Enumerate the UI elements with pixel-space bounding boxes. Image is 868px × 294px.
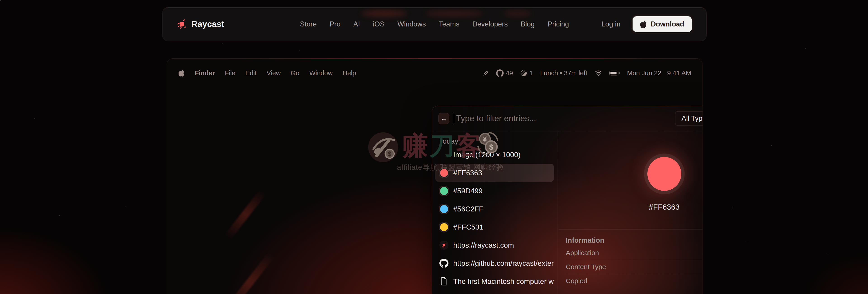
nav-item-pro[interactable]: Pro xyxy=(330,20,340,28)
raycast-logo-icon xyxy=(177,19,187,29)
color-preview: #FF6363 xyxy=(558,131,703,230)
github-icon xyxy=(439,259,448,268)
type-filter-value: All Types xyxy=(682,114,703,123)
menu-item-window[interactable]: Window xyxy=(309,69,333,77)
info-row-copied: Copied Today, 13:35:07 xyxy=(566,274,703,288)
document-icon xyxy=(440,277,448,286)
timer-count: 1 xyxy=(529,69,533,77)
menu-item-view[interactable]: View xyxy=(267,69,281,77)
battery-icon[interactable] xyxy=(610,70,620,76)
glow-smudge xyxy=(362,11,407,17)
color-preview-circle xyxy=(647,157,681,191)
site-navbar: Raycast Store Pro AI iOS Windows Teams D… xyxy=(162,7,707,41)
window-header: ← Type to filter entries... All Types xyxy=(432,106,703,131)
focus-status[interactable]: Lunch • 37m left xyxy=(540,69,587,77)
list-item-image[interactable]: Image (1200 × 1000) xyxy=(435,146,554,164)
apple-menu-icon[interactable] xyxy=(179,69,185,77)
download-button[interactable]: Download xyxy=(632,16,692,33)
menu-item-file[interactable]: File xyxy=(225,69,236,77)
site-nav-menu: Store Pro AI iOS Windows Teams Developer… xyxy=(300,20,569,28)
login-link[interactable]: Log in xyxy=(601,20,620,28)
nav-item-pricing[interactable]: Pricing xyxy=(548,20,569,28)
desktop-screenshot: Finder File Edit View Go Window Help xyxy=(166,58,703,294)
info-row-content-type: Content Type Color xyxy=(566,260,703,274)
nav-item-ai[interactable]: AI xyxy=(353,20,360,28)
list-item-github-link[interactable]: https://github.com/raycast/exten... xyxy=(435,254,554,272)
github-count: 49 xyxy=(506,69,513,77)
glow-smudge xyxy=(425,11,484,17)
menu-item-help[interactable]: Help xyxy=(343,69,356,77)
nav-item-developers[interactable]: Developers xyxy=(472,20,508,28)
menu-date[interactable]: Mon Jun 22 xyxy=(627,69,661,77)
search-input[interactable]: Type to filter entries... xyxy=(456,114,536,123)
nav-item-ios[interactable]: iOS xyxy=(373,20,385,28)
menu-time[interactable]: 9:41 AM xyxy=(667,69,691,77)
glow-smudge xyxy=(504,11,531,17)
macos-menu-bar: Finder File Edit View Go Window Help xyxy=(179,67,691,79)
back-arrow-icon: ← xyxy=(440,115,447,122)
information-title: Information xyxy=(566,236,703,244)
menu-item-go[interactable]: Go xyxy=(291,69,300,77)
light-streak xyxy=(224,252,275,294)
back-button[interactable]: ← xyxy=(438,113,450,124)
info-row-application: Application VS Code xyxy=(566,246,703,260)
raycast-logo[interactable]: Raycast xyxy=(177,19,224,29)
pen-icon[interactable] xyxy=(483,70,489,76)
list-item-color-56c2ff[interactable]: #56C2FF xyxy=(435,200,554,218)
list-item-text-snippet[interactable]: The first Macintosh computer w... xyxy=(435,272,554,290)
color-preview-label: #FF6363 xyxy=(649,203,680,211)
background-stars xyxy=(0,0,1,1)
color-swatch-icon xyxy=(440,223,448,231)
nav-item-blog[interactable]: Blog xyxy=(521,20,535,28)
type-filter-dropdown[interactable]: All Types xyxy=(675,111,703,126)
list-item-raycast-link[interactable]: https://raycast.com xyxy=(435,236,554,254)
download-label: Download xyxy=(651,20,684,28)
detail-panel: #FF6363 Information Application VS Code … xyxy=(558,131,703,294)
color-swatch-icon xyxy=(440,169,448,177)
striped-circle-icon[interactable] xyxy=(520,70,527,77)
nav-item-store[interactable]: Store xyxy=(300,20,317,28)
logo-text: Raycast xyxy=(191,20,224,29)
list-item-color-ff6363[interactable]: #FF6363 xyxy=(435,164,554,182)
wifi-icon[interactable] xyxy=(594,70,602,76)
color-swatch-icon xyxy=(440,205,448,213)
menu-app-name[interactable]: Finder xyxy=(195,69,215,77)
github-status-icon[interactable] xyxy=(496,69,504,77)
section-label-today: Today xyxy=(439,137,554,146)
nav-item-windows[interactable]: Windows xyxy=(397,20,426,28)
nav-item-teams[interactable]: Teams xyxy=(439,20,459,28)
entries-list: Today Image (1200 × 1000) #FF6363 #59D49… xyxy=(432,131,558,294)
apple-icon xyxy=(640,20,647,28)
information-section: Information Application VS Code Content … xyxy=(558,230,703,294)
clipboard-history-window: ← Type to filter entries... All Types To… xyxy=(432,106,703,294)
image-thumbnail-icon xyxy=(439,150,448,159)
raycast-favicon-icon xyxy=(439,241,448,250)
list-item-color-ffc531[interactable]: #FFC531 xyxy=(435,218,554,236)
menu-item-edit[interactable]: Edit xyxy=(245,69,256,77)
light-streak xyxy=(224,189,267,240)
list-item-color-59d499[interactable]: #59D499 xyxy=(435,182,554,200)
text-cursor xyxy=(454,114,454,123)
color-swatch-icon xyxy=(440,187,448,195)
